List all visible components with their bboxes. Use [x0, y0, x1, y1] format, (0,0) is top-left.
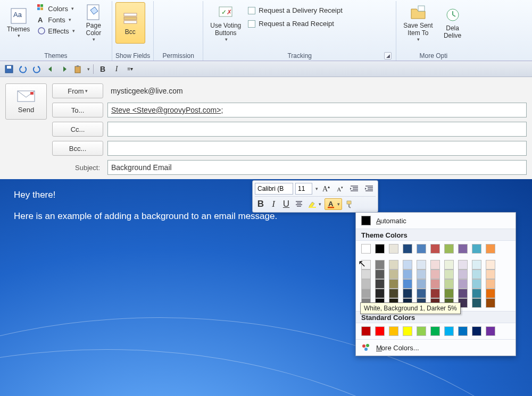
delay-delivery-button[interactable]: Dela Delive: [438, 2, 468, 44]
color-swatch[interactable]: [430, 244, 440, 254]
color-swatch[interactable]: [389, 289, 398, 298]
delivery-receipt-checkbox[interactable]: Request a Delivery Receipt: [246, 5, 345, 15]
chevron-down-icon[interactable]: ▾: [315, 186, 318, 191]
effects-button[interactable]: Effects▾: [35, 26, 78, 36]
color-swatch[interactable]: [375, 279, 385, 289]
color-swatch[interactable]: [430, 326, 440, 336]
color-swatch[interactable]: [361, 260, 371, 269]
bcc-field-button[interactable]: Bcc...: [52, 141, 103, 156]
tracking-dialog-launcher[interactable]: ◢: [384, 52, 392, 60]
font-size-input[interactable]: [295, 183, 312, 195]
read-receipt-checkbox[interactable]: Request a Read Receipt: [246, 19, 345, 29]
themes-button[interactable]: Aa Themes ▾: [3, 2, 34, 44]
color-swatch[interactable]: [444, 279, 454, 289]
color-swatch[interactable]: [458, 244, 468, 254]
color-swatch[interactable]: [403, 279, 412, 289]
color-swatch[interactable]: [375, 260, 385, 269]
color-swatch[interactable]: [472, 244, 481, 254]
color-swatch[interactable]: [417, 279, 426, 289]
format-painter-button[interactable]: [343, 198, 356, 210]
grow-font-button[interactable]: A▴: [320, 183, 332, 195]
color-swatch[interactable]: [472, 279, 481, 289]
redo-button[interactable]: [31, 63, 43, 75]
color-swatch[interactable]: [403, 269, 412, 279]
to-field[interactable]: Steve <Steve@groovyPost.com>;: [107, 103, 527, 117]
align-center-button[interactable]: [293, 198, 305, 210]
color-swatch[interactable]: [361, 244, 371, 254]
color-swatch[interactable]: [472, 269, 481, 279]
color-swatch[interactable]: [430, 289, 440, 298]
color-swatch[interactable]: [486, 260, 495, 269]
color-swatch[interactable]: [417, 269, 426, 279]
decrease-indent-button[interactable]: [348, 183, 361, 195]
color-swatch[interactable]: [430, 269, 440, 279]
color-swatch[interactable]: [417, 244, 426, 254]
color-swatch[interactable]: [389, 269, 398, 279]
color-swatch[interactable]: [417, 326, 426, 336]
color-swatch[interactable]: [444, 260, 454, 269]
page-color-button[interactable]: Page Color ▾: [79, 2, 109, 44]
use-voting-buttons-button[interactable]: ✓✗ Use Voting Buttons ▾: [206, 2, 245, 44]
color-swatch[interactable]: [417, 289, 426, 298]
color-swatch[interactable]: [458, 289, 468, 298]
increase-indent-button[interactable]: [363, 183, 376, 195]
undo-button[interactable]: [17, 63, 29, 75]
bcc-button[interactable]: Bcc: [115, 2, 145, 44]
color-swatch[interactable]: [389, 244, 398, 254]
color-swatch[interactable]: [430, 279, 440, 289]
bold-button[interactable]: B: [97, 63, 109, 75]
subject-field[interactable]: Background Email: [107, 160, 527, 175]
more-colors-item[interactable]: More Colors...: [356, 339, 516, 356]
automatic-color-item[interactable]: Automatic: [356, 213, 516, 229]
fonts-button[interactable]: A Fonts▾: [35, 14, 78, 25]
color-swatch[interactable]: [444, 269, 454, 279]
font-color-button[interactable]: A▾: [325, 198, 342, 210]
color-swatch[interactable]: [403, 244, 412, 254]
shrink-font-button[interactable]: A▾: [334, 183, 346, 195]
color-swatch[interactable]: [403, 326, 412, 336]
qat-more-button[interactable]: ≡▾: [124, 63, 136, 75]
from-button[interactable]: From ▾: [52, 83, 103, 98]
color-swatch[interactable]: [458, 269, 468, 279]
previous-item-button[interactable]: [45, 63, 56, 75]
color-swatch[interactable]: [375, 269, 385, 279]
color-swatch[interactable]: [458, 260, 468, 269]
color-swatch[interactable]: [389, 326, 398, 336]
bcc-field[interactable]: [107, 141, 527, 156]
colors-button[interactable]: Colors▾: [35, 3, 78, 14]
color-swatch[interactable]: [361, 279, 371, 289]
save-button[interactable]: [3, 63, 15, 75]
color-swatch[interactable]: [375, 326, 385, 336]
color-swatch[interactable]: [472, 260, 481, 269]
to-button[interactable]: To...: [52, 103, 103, 117]
italic-button[interactable]: I: [268, 198, 279, 210]
bold-button[interactable]: B: [255, 198, 267, 210]
next-item-button[interactable]: [59, 63, 70, 75]
color-swatch[interactable]: [389, 279, 398, 289]
color-swatch[interactable]: [486, 326, 495, 336]
highlight-button[interactable]: ▾: [306, 198, 323, 210]
italic-button[interactable]: I: [111, 63, 122, 75]
color-swatch[interactable]: [403, 289, 412, 298]
color-swatch[interactable]: [375, 289, 385, 298]
message-body[interactable]: Hey there! Here is an example of adding …: [0, 179, 532, 396]
color-swatch[interactable]: [444, 326, 454, 336]
color-swatch[interactable]: [417, 260, 426, 269]
color-swatch[interactable]: [361, 326, 371, 336]
color-swatch[interactable]: [486, 298, 495, 308]
color-swatch[interactable]: [486, 279, 495, 289]
cc-field[interactable]: [107, 122, 527, 137]
underline-button[interactable]: U: [280, 198, 292, 210]
color-swatch[interactable]: [472, 289, 481, 298]
color-swatch[interactable]: [361, 289, 371, 298]
color-swatch[interactable]: [472, 326, 481, 336]
color-swatch[interactable]: [389, 260, 398, 269]
send-button[interactable]: Send: [5, 83, 47, 120]
color-swatch[interactable]: [472, 298, 481, 308]
font-family-input[interactable]: [255, 183, 293, 195]
paste-button[interactable]: [72, 63, 84, 75]
color-swatch[interactable]: [444, 289, 454, 298]
color-swatch[interactable]: [486, 289, 495, 298]
save-sent-item-button[interactable]: Save Sent Item To ▾: [400, 2, 436, 44]
color-swatch[interactable]: [361, 269, 371, 279]
